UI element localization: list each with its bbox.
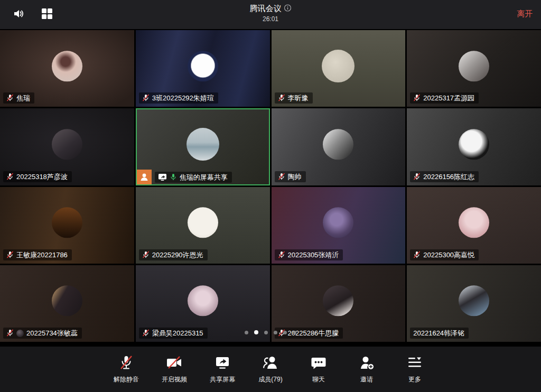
participant-tile[interactable]: 20225290许恩光 bbox=[136, 187, 270, 264]
participant-tile[interactable]: 王敏康20221786 bbox=[0, 187, 134, 264]
chat-button[interactable]: 聊天 bbox=[303, 354, 334, 384]
pagination-dot[interactable] bbox=[264, 331, 268, 334]
info-icon[interactable] bbox=[284, 4, 292, 13]
mic-active-icon bbox=[170, 173, 177, 181]
participant-name: 20225290许恩光 bbox=[152, 251, 203, 259]
toolbar-label: 聊天 bbox=[312, 375, 325, 384]
name-tag: 梁鼎昊20225315 bbox=[139, 328, 208, 339]
reaction-emoji-icon bbox=[16, 330, 24, 337]
pagination-dot-active[interactable] bbox=[254, 330, 258, 334]
participant-name: 陶帅 bbox=[288, 173, 302, 181]
participant-name: 焦瑞 bbox=[16, 94, 30, 102]
participant-tile[interactable]: 20225734张敏蕊 bbox=[0, 265, 134, 342]
avatar bbox=[52, 129, 82, 160]
avatar bbox=[323, 286, 353, 316]
meeting-timer: 26:01 bbox=[250, 15, 292, 23]
pagination-dot[interactable] bbox=[274, 331, 277, 334]
presenter-badge-icon bbox=[137, 170, 152, 184]
avatar bbox=[459, 286, 489, 316]
invite-icon bbox=[358, 354, 375, 371]
participant-name: 20225300高嘉悦 bbox=[423, 251, 474, 259]
avatar bbox=[459, 51, 489, 81]
name-tag: 李昕豫 bbox=[275, 92, 313, 104]
mic-muted-icon bbox=[6, 251, 14, 259]
start-video-button[interactable]: 开启视频 bbox=[159, 354, 190, 384]
mic-muted-icon bbox=[6, 329, 14, 337]
leave-button[interactable]: 离开 bbox=[517, 9, 533, 19]
page-indicator bbox=[245, 330, 296, 334]
unmute-button[interactable]: 解除静音 bbox=[111, 354, 142, 384]
mic-muted-icon bbox=[413, 173, 421, 181]
mic-muted-icon bbox=[142, 94, 150, 102]
toolbar-label: 邀请 bbox=[360, 375, 373, 384]
participant-tile[interactable]: 20226156陈红志 bbox=[407, 108, 541, 185]
avatar bbox=[323, 207, 353, 238]
avatar bbox=[188, 207, 218, 238]
name-tag: 20225317孟源园 bbox=[410, 92, 479, 104]
avatar bbox=[322, 50, 355, 82]
name-tag: 20225290许恩光 bbox=[139, 249, 208, 260]
participant-tile[interactable]: 20225305张靖沂 bbox=[272, 187, 406, 264]
pagination-dot[interactable] bbox=[293, 331, 296, 334]
name-tag: 20225734张敏蕊 bbox=[3, 328, 82, 339]
pagination-dot[interactable] bbox=[245, 331, 248, 334]
chat-icon bbox=[310, 354, 327, 371]
mic-muted-icon bbox=[142, 329, 150, 337]
toolbar-label: 更多 bbox=[408, 375, 421, 384]
participant-tile[interactable]: 20225300高嘉悦 bbox=[407, 187, 541, 264]
layout-grid-icon[interactable] bbox=[40, 7, 54, 21]
participant-tile[interactable]: 20221624韩泽铭 bbox=[407, 265, 541, 342]
avatar bbox=[52, 207, 82, 238]
avatar bbox=[188, 286, 218, 316]
toolbar-label: 开启视频 bbox=[162, 375, 187, 384]
participant-tile[interactable]: 3班20225292朱婧瑄 bbox=[136, 30, 270, 107]
members-button[interactable]: 成员(79) bbox=[255, 354, 286, 384]
mic-muted-icon bbox=[6, 173, 14, 181]
top-bar: 腾讯会议 26:01 离开 bbox=[0, 0, 541, 29]
participant-name: 李昕豫 bbox=[288, 94, 309, 102]
invite-button[interactable]: 邀请 bbox=[351, 354, 382, 384]
participant-tile[interactable]: 焦瑞 bbox=[0, 30, 134, 107]
mic-muted-icon bbox=[278, 94, 285, 102]
share-screen-icon bbox=[214, 354, 231, 371]
avatar bbox=[52, 51, 82, 81]
more-icon bbox=[407, 354, 423, 371]
participant-tile[interactable]: 陶帅 bbox=[272, 108, 406, 185]
mic-muted-icon bbox=[118, 354, 134, 371]
pagination-dot[interactable] bbox=[283, 331, 287, 334]
participant-name: 梁鼎昊20225315 bbox=[152, 329, 203, 337]
name-tag: 20226156陈红志 bbox=[410, 171, 479, 182]
participant-name: 3班20225292朱婧瑄 bbox=[152, 94, 214, 102]
mic-muted-icon bbox=[142, 251, 150, 259]
avatar bbox=[323, 129, 353, 160]
toolbar-label: 共享屏幕 bbox=[210, 375, 235, 384]
members-icon bbox=[262, 354, 279, 371]
name-tag: 20225300高嘉悦 bbox=[410, 249, 479, 260]
avatar bbox=[459, 207, 489, 238]
name-tag: 王敏康20221786 bbox=[3, 249, 72, 260]
video-grid: 焦瑞 3班20225292朱婧瑄 李昕豫 20225317孟源园 bbox=[0, 30, 541, 342]
participant-name: 20225305张靖沂 bbox=[288, 251, 339, 259]
mic-muted-icon bbox=[278, 173, 285, 181]
bottom-toolbar: 解除静音 开启视频 共享屏幕 成员(79) 聊天 bbox=[0, 347, 541, 392]
meeting-title: 腾讯会议 bbox=[250, 4, 282, 14]
mic-muted-icon bbox=[278, 251, 285, 259]
participant-tile[interactable]: 20225318芦彦波 bbox=[0, 108, 134, 185]
speaker-icon[interactable] bbox=[12, 7, 25, 21]
mic-muted-icon bbox=[413, 251, 421, 259]
meeting-window: 腾讯会议 26:01 离开 焦瑞 3班20225292朱婧瑄 bbox=[0, 0, 541, 392]
screen-share-icon bbox=[158, 173, 167, 181]
mic-muted-icon bbox=[413, 94, 421, 102]
participant-tile[interactable]: 20225317孟源园 bbox=[407, 30, 541, 107]
toolbar-label: 解除静音 bbox=[114, 375, 139, 384]
toolbar-label: 成员(79) bbox=[258, 375, 282, 384]
screen-share-tile[interactable]: 焦瑞的屏幕共享 bbox=[136, 108, 270, 185]
participant-tile[interactable]: 李昕豫 bbox=[272, 30, 406, 107]
camera-off-icon bbox=[165, 354, 183, 371]
participant-name: 20226156陈红志 bbox=[423, 173, 474, 181]
participant-name: 20225318芦彦波 bbox=[16, 173, 68, 181]
more-button[interactable]: 更多 bbox=[399, 354, 430, 384]
mic-muted-icon bbox=[6, 94, 14, 102]
share-screen-button[interactable]: 共享屏幕 bbox=[207, 354, 238, 384]
participant-name: 20225734张敏蕊 bbox=[26, 329, 78, 337]
